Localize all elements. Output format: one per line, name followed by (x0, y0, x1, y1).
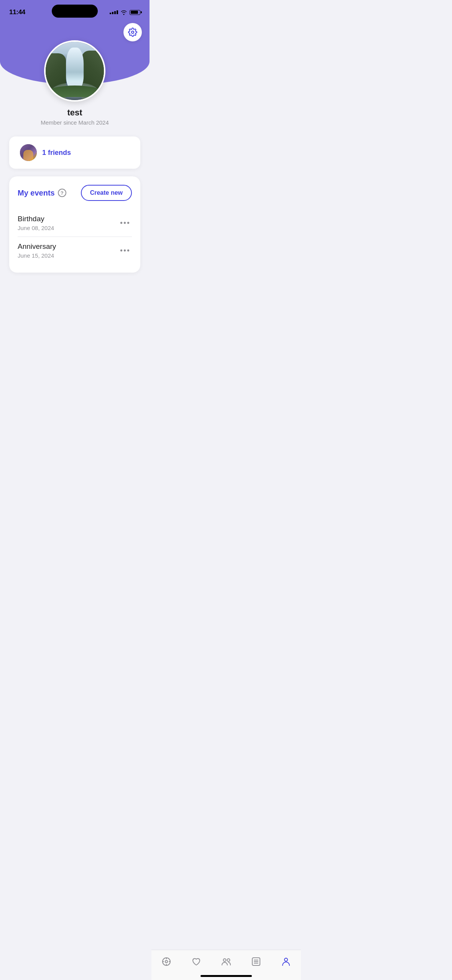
status-icons (110, 10, 140, 15)
event-name: Birthday (18, 215, 54, 223)
svg-point-0 (131, 31, 134, 33)
dynamic-island (52, 5, 98, 18)
events-header: My events ? Create new (18, 185, 132, 201)
signal-icon (110, 10, 118, 14)
main-content: test Member since March 2024 1 friends M… (0, 19, 150, 319)
friends-avatar (20, 144, 37, 161)
event-date: June 08, 2024 (18, 225, 54, 231)
event-item: Birthday June 08, 2024 ••• (18, 209, 132, 237)
battery-icon (130, 10, 140, 15)
events-title-group: My events ? (18, 189, 66, 197)
avatar-image (46, 42, 104, 100)
events-card: My events ? Create new Birthday June 08,… (9, 176, 140, 273)
create-new-button[interactable]: Create new (81, 185, 132, 201)
event-more-button[interactable]: ••• (118, 245, 132, 257)
event-date: June 15, 2024 (18, 252, 56, 259)
gear-icon (128, 28, 137, 37)
help-icon[interactable]: ? (58, 189, 66, 197)
wifi-icon (120, 10, 127, 15)
event-item: Anniversary June 15, 2024 ••• (18, 237, 132, 264)
status-time: 11:44 (9, 8, 25, 16)
settings-button[interactable] (123, 23, 142, 41)
username: test (67, 108, 82, 118)
avatar[interactable] (44, 40, 105, 102)
event-name: Anniversary (18, 242, 56, 251)
friends-count: 1 friends (42, 149, 71, 157)
member-since: Member since March 2024 (41, 119, 109, 126)
events-title: My events (18, 189, 55, 197)
friends-card[interactable]: 1 friends (9, 136, 140, 169)
event-more-button[interactable]: ••• (118, 217, 132, 229)
